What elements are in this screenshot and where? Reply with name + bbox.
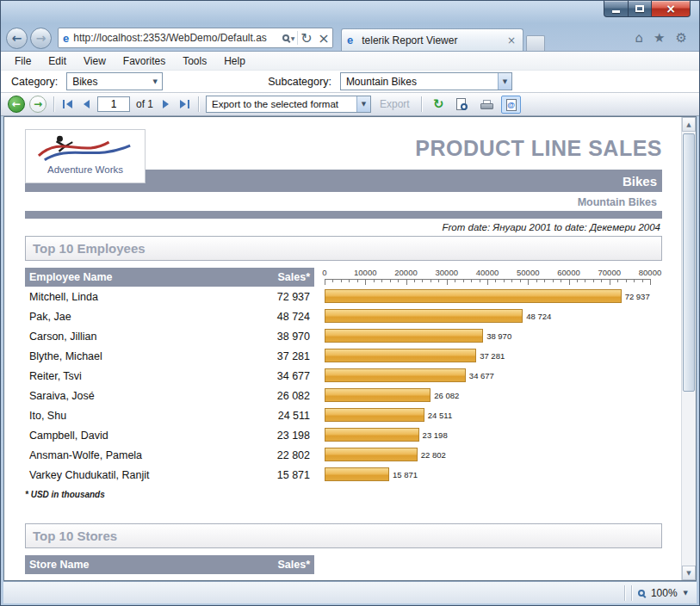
axis-tick-label: 40000 [468,268,506,277]
tab-close-icon[interactable]: × [505,34,517,46]
maximize-button[interactable] [629,1,652,17]
print-preview-button[interactable] [453,96,473,114]
close-button[interactable]: × [652,1,691,17]
subcategory-select[interactable]: Mountain Bikes ▼ [340,72,512,90]
axis-tick [447,280,448,285]
category-band-label: Bikes [623,174,657,189]
subcategory-dropdown-icon[interactable]: ▼ [498,73,511,90]
forward-button[interactable]: → [30,28,52,49]
axis-tick [463,280,464,282]
table-row: Ito, Shu24 511 [25,405,314,425]
tab-favicon: e [347,34,353,46]
address-bar[interactable]: e http://localhost:2353/WebDemo/Default.… [58,28,333,48]
table-row: Reiter, Tsvi34 677 [25,366,314,386]
axis-tick [414,280,415,282]
chart-bar-row: 22 802 [325,445,662,465]
column-header-store-sales: Sales* [245,559,314,571]
home-icon[interactable]: ⌂ [635,30,644,46]
refresh-report-button[interactable]: ↻ [429,96,449,114]
stop-button[interactable]: × [315,28,332,47]
caption-buttons: × [604,1,691,17]
bar-value-label: 23 198 [423,430,448,440]
chart-bars: 72 93748 72438 97037 28134 67726 08224 5… [325,287,662,485]
export-format-dropdown-icon[interactable]: ▼ [356,96,370,112]
table-row: Carson, Jillian38 970 [25,326,314,346]
status-separator [631,585,632,601]
axis-tick [504,280,505,282]
axis-tick-label: 80000 [631,268,669,277]
date-range-text: From date: Януари 2001 to date: Декемери… [443,222,660,232]
axis-tick [471,280,472,282]
vertical-scrollbar[interactable]: ▲ ▼ [681,117,696,580]
export-button[interactable]: Export [380,98,410,110]
print-button[interactable] [477,96,497,114]
export-format-select[interactable]: Export to the selected format ▼ [206,96,371,113]
menu-item-tools[interactable]: Tools [174,53,215,69]
zoom-dropdown-icon[interactable]: ▼ [684,590,688,597]
axis-tick [528,280,529,285]
title-bar: × [1,1,699,25]
axis-tick-label: 0 [306,268,344,277]
page-count-label: of 1 [136,98,153,110]
first-page-button[interactable] [61,97,75,111]
bar-value-label: 15 871 [393,470,418,479]
axis-tick [381,280,382,282]
axis-tick [455,280,455,282]
logo-caption: Adventure Works [26,164,145,175]
refresh-button[interactable]: ↻ [298,28,315,47]
web-view-toggle-button[interactable]: @ [501,96,521,114]
favorites-icon[interactable]: ★ [654,30,665,46]
axis-tick [634,280,635,282]
category-label: Category: [11,76,58,88]
previous-page-button[interactable] [79,97,93,111]
site-icon: e [63,32,69,45]
category-dropdown-icon[interactable]: ▼ [148,73,162,90]
chart-bar [325,289,622,303]
axis-tick [626,280,627,282]
page-number-input[interactable] [97,96,130,112]
chart-bar [325,309,523,323]
axis-tick-label: 50000 [509,268,547,277]
employees-table-body: Mitchell, Linda72 937Pak, Jae48 724Carso… [25,287,314,485]
menu-item-view[interactable]: View [75,53,115,69]
axis-tick [511,280,512,282]
menu-item-edit[interactable]: Edit [40,53,75,69]
search-button[interactable]: ▼ [280,28,297,47]
chart-bar-row: 26 082 [325,386,662,405]
category-value: Bikes [67,76,148,88]
table-row: Varkey Chudukatil, Ranjit15 871 [25,465,314,485]
chart-bar-row: 23 198 [325,425,662,445]
browser-tab[interactable]: e telerik Report Viewer × [341,28,523,51]
url-text[interactable]: http://localhost:2353/WebDemo/Default.as [73,32,280,44]
table-row: Campbell, David23 198 [25,425,314,445]
table-row: Pak, Jae48 724 [25,306,314,326]
history-back-button[interactable]: ← [8,96,25,113]
report: Adventure Works PRODUCT LINE SALES Bikes… [25,129,662,574]
employees-table: Employee Name Sales* Mitchell, Linda72 9… [25,268,314,485]
subcategory-label: Subcategory: [268,76,331,88]
axis-tick [374,280,375,282]
next-page-button[interactable] [159,97,173,111]
axis-tick-label: 60000 [550,268,588,277]
category-select[interactable]: Bikes ▼ [66,72,163,90]
chart-bar [325,329,483,343]
table-row: Mitchell, Linda72 937 [25,287,314,306]
scroll-up-button[interactable]: ▲ [682,117,696,132]
scroll-down-button[interactable]: ▼ [682,566,696,580]
back-button[interactable]: ← [6,28,28,49]
chart-bar [325,388,431,402]
web-page-icon: @ [506,99,517,111]
new-tab-button[interactable] [526,35,545,51]
menu-item-favorites[interactable]: Favorites [115,53,174,69]
zoom-level: 100% [651,587,678,599]
status-separator [624,585,625,601]
last-page-button[interactable] [177,97,191,111]
browser-action-icons: ⌂ ★ ⚙ [635,30,694,46]
history-forward-button[interactable]: → [29,96,46,113]
menu-item-file[interactable]: File [6,53,40,69]
scrollbar-thumb[interactable] [683,133,695,392]
minimize-button[interactable] [604,1,629,17]
navigation-bar: ← → e http://localhost:2353/WebDemo/Defa… [1,25,699,51]
menu-item-help[interactable]: Help [215,53,254,69]
tools-gear-icon[interactable]: ⚙ [676,30,687,46]
